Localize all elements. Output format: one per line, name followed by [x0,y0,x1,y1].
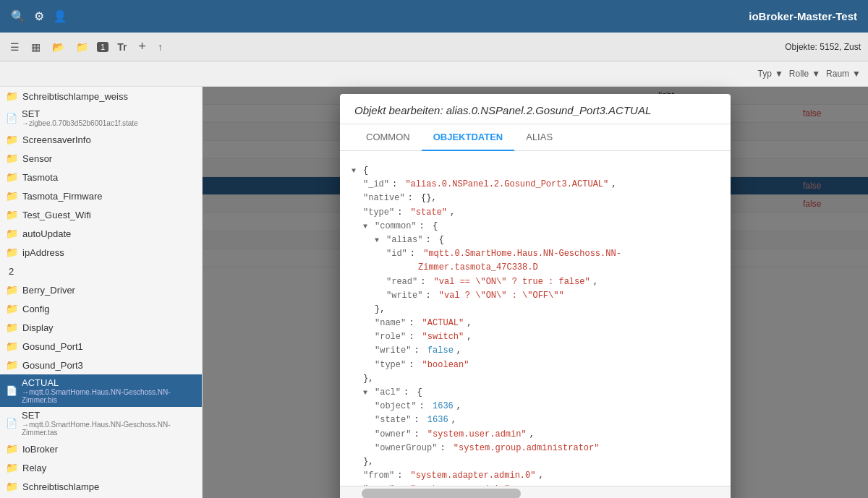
search-icon[interactable]: 🔍 [11,9,25,23]
sidebar-item-schreibtischlampe[interactable]: 📁 Schreibtischlampe [0,477,202,496]
toggle-btn[interactable]: ▼ [363,221,372,233]
badge-icon[interactable]: 1 [97,42,109,52]
folder-icon: 📁 [6,153,18,164]
modal-dialog: Objekt bearbeiten: alias.0.NSPanel.2.Gos… [340,94,731,498]
folder-icon: 📁 [6,228,18,239]
sidebar-item-schreibtischlampe-weiss[interactable]: 📁 Schreibtischlampe_weiss [0,87,202,106]
code-line: "id": "mqtt.0.SmartHome.Haus.NN-Geschoss… [352,247,719,275]
second-bar: ☰ ▦ 📂 📁 1 Tr + ↑ Objekte: 5152, Zust [0,33,868,61]
code-line: "state": 1636, [352,413,719,427]
sidebar-item-berry-driver[interactable]: 📁 Berry_Driver [0,280,202,299]
code-line: "name": "ACTUAL", [352,317,719,330]
code-line: ▼ "acl": { [352,386,719,400]
sidebar-item-2[interactable]: 2 [0,262,202,280]
sidebar: 📁 Schreibtischlampe_weiss 📄 SET →zigbee.… [0,87,203,498]
code-line: "role": "switch", [352,330,719,344]
sidebar-item-relay[interactable]: 📁 Relay [0,458,202,477]
sidebar-item-gosund-port1[interactable]: 📁 Gosund_Port1 [0,337,202,356]
raum-label: Raum [826,69,849,79]
grid-icon[interactable]: ▦ [28,38,43,56]
sidebar-item-sensor-1[interactable]: 📁 Sensor [0,149,202,168]
sidebar-item-display[interactable]: 📁 Display [0,318,202,337]
code-line: "type": "boolean" [352,359,719,372]
modal-title-object: alias.0.NSPanel.2.Gosund_Port3.ACTUAL [446,104,651,116]
sidebar-item-ipaddress[interactable]: 📁 ipAddress [0,243,202,262]
sidebar-toggle-icon[interactable]: ☰ [7,38,22,56]
code-line: "write": false, [352,344,719,358]
add-icon[interactable]: + [135,36,149,57]
sidebar-item-screensaverinfo-1[interactable]: 📁 ScreensaverInfo [0,130,202,149]
toggle-btn[interactable]: ▼ [352,166,360,177]
code-line: "write": "val ? \"ON\" : \"OFF\"" [352,289,719,303]
folder-icon: 📁 [6,284,18,296]
modal-body: ▼ { "_id": "alias.0.NSPanel.2.Gosund_Por… [340,151,731,486]
code-line: "object": 1636, [352,400,719,413]
file-active-icon: 📄 [6,385,17,396]
typ-filter[interactable]: Typ ▼ [758,69,783,79]
folder-icon: 📁 [6,359,18,371]
code-line: "native": {}, [352,192,719,205]
sidebar-item-set-2[interactable]: 📄 SET →mqtt.0.SmartHome.Haus.NN-Geschoss… [0,407,202,439]
code-line: }, [352,372,719,386]
code-line: "ownerGroup": "system.group.administrato… [352,442,719,455]
raum-dropdown-icon[interactable]: ▼ [852,69,861,79]
main-layout: 📁 Schreibtischlampe_weiss 📄 SET →zigbee.… [0,87,868,498]
folder-icon: 📁 [6,303,18,314]
folder-icon: 📁 [6,134,18,145]
code-line: }, [352,303,719,317]
sidebar-item-autoupdate[interactable]: 📁 autoUpdate [0,224,202,243]
sidebar-item-test-guest-wifi[interactable]: 📁 Test_Guest_Wifi [0,205,202,224]
folder-icon: 📁 [6,443,18,455]
content-area: light switch.light false info socket inf… [203,87,868,498]
typ-dropdown-icon[interactable]: ▼ [775,69,783,79]
modal-header: Objekt bearbeiten: alias.0.NSPanel.2.Gos… [340,94,731,124]
sidebar-item-tasmota[interactable]: 📁 Tasmota [0,168,202,186]
code-editor[interactable]: ▼ { "_id": "alias.0.NSPanel.2.Gosund_Por… [340,158,731,486]
modal-tabs: COMMON OBJEKTDATEN ALIAS [340,124,731,151]
role-dropdown-icon[interactable]: ▼ [812,69,820,79]
modal-title: Objekt bearbeiten: alias.0.NSPanel.2.Gos… [354,104,716,116]
folder-icon: 📁 [6,209,18,220]
folder-icon: 📁 [6,462,18,473]
tab-objektdaten[interactable]: OBJEKTDATEN [422,124,515,151]
code-line: "read": "val == \"ON\" ? true : false", [352,275,719,289]
sidebar-item-actual[interactable]: 📄 ACTUAL →mqtt.0.SmartHome.Haus.NN-Gesch… [0,374,202,407]
settings-icon[interactable]: ⚙ [34,9,44,23]
top-bar: 🔍 ⚙ 👤 ioBroker-Master-Test [0,0,868,33]
user-icon[interactable]: 👤 [53,9,67,23]
raum-filter[interactable]: Raum ▼ [826,69,861,79]
folder-icon: 📁 [6,171,18,183]
modal-overlay: Objekt bearbeiten: alias.0.NSPanel.2.Gos… [203,87,868,498]
text-format-icon[interactable]: Tr [114,38,129,56]
app-title: ioBroker-Master-Test [749,10,857,22]
typ-label: Typ [758,69,772,79]
folder-open-icon[interactable]: 📂 [49,38,67,56]
role-filter[interactable]: Rolle ▼ [789,69,820,79]
tab-alias[interactable]: ALIAS [514,124,564,151]
scroll-area[interactable] [340,486,731,498]
folder-icon: 📁 [6,246,18,258]
code-line: }, [352,455,719,469]
folder-icon: 📁 [6,90,18,102]
code-line: ▼ "common": { [352,220,719,233]
folder-colored-icon[interactable]: 📁 [73,38,91,56]
sidebar-item-iobroker[interactable]: 📁 IoBroker [0,439,202,458]
objects-count: Objekte: 5152, Zust [785,42,861,52]
code-line: "owner": "system.user.admin", [352,428,719,442]
toggle-btn[interactable]: ▼ [363,387,372,399]
toggle-btn[interactable]: ▼ [375,235,383,246]
code-line: ▼ { [352,164,719,178]
scroll-thumb[interactable] [362,489,521,498]
sidebar-item-config[interactable]: 📁 Config [0,299,202,318]
filter-bar: Typ ▼ Rolle ▼ Raum ▼ [0,61,868,87]
top-bar-left: 🔍 ⚙ 👤 [11,9,67,23]
code-line: "_id": "alias.0.NSPanel.2.Gosund_Port3.A… [352,178,719,192]
modal-title-prefix: Objekt bearbeiten: [354,104,443,116]
upload-icon[interactable]: ↑ [155,38,166,56]
sidebar-item-tasmota-firmware[interactable]: 📁 Tasmota_Firmware [0,186,202,205]
code-line: "from": "system.adapter.admin.0", [352,469,719,483]
tab-common[interactable]: COMMON [354,124,422,151]
code-line: ▼ "alias": { [352,233,719,247]
sidebar-item-gosund-port3[interactable]: 📁 Gosund_Port3 [0,356,202,374]
sidebar-item-set-1[interactable]: 📄 SET →zigbee.0.70b3d52b6001ac1f.state [0,106,202,130]
